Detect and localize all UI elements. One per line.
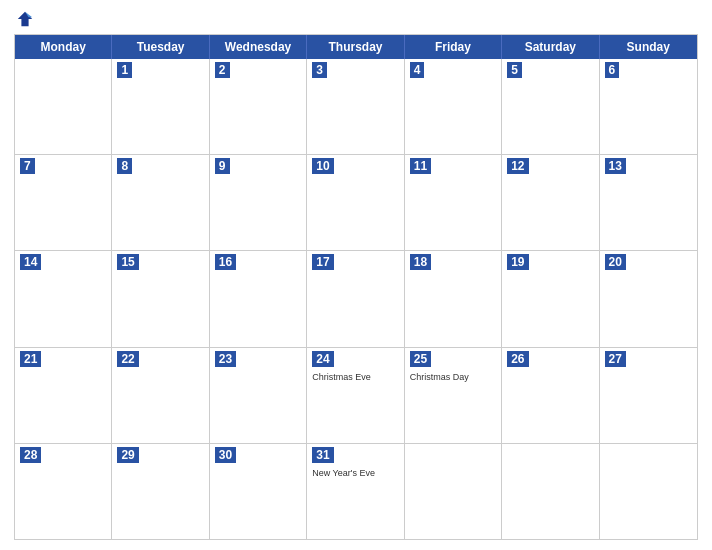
calendar-cell: 26: [502, 348, 599, 443]
weekday-header-monday: Monday: [15, 35, 112, 59]
calendar: MondayTuesdayWednesdayThursdayFridaySatu…: [14, 34, 698, 540]
calendar-week-4: 21222324Christmas Eve25Christmas Day2627: [15, 347, 697, 443]
calendar-week-1: 123456: [15, 59, 697, 154]
calendar-cell: 6: [600, 59, 697, 154]
calendar-cell: 25Christmas Day: [405, 348, 502, 443]
day-number: 31: [312, 447, 333, 463]
day-number: 15: [117, 254, 138, 270]
day-number: 14: [20, 254, 41, 270]
calendar-cell: 23: [210, 348, 307, 443]
calendar-cell: 5: [502, 59, 599, 154]
calendar-week-5: 28293031New Year's Eve: [15, 443, 697, 539]
day-number: 3: [312, 62, 327, 78]
day-number: 8: [117, 158, 132, 174]
day-number: 20: [605, 254, 626, 270]
calendar-cell: 22: [112, 348, 209, 443]
calendar-cell: 21: [15, 348, 112, 443]
calendar-cell: 30: [210, 444, 307, 539]
calendar-header-row: MondayTuesdayWednesdayThursdayFridaySatu…: [15, 35, 697, 59]
calendar-cell: 28: [15, 444, 112, 539]
svg-marker-0: [18, 12, 32, 26]
day-number: 23: [215, 351, 236, 367]
day-number: 1: [117, 62, 132, 78]
weekday-header-thursday: Thursday: [307, 35, 404, 59]
calendar-cell: [600, 444, 697, 539]
calendar-cell: 8: [112, 155, 209, 250]
calendar-cell: 9: [210, 155, 307, 250]
calendar-cell: 1: [112, 59, 209, 154]
calendar-cell: 12: [502, 155, 599, 250]
day-number: 21: [20, 351, 41, 367]
day-number: 25: [410, 351, 431, 367]
day-number: 27: [605, 351, 626, 367]
day-number: 26: [507, 351, 528, 367]
calendar-cell: 14: [15, 251, 112, 346]
calendar-cell: 7: [15, 155, 112, 250]
weekday-header-sunday: Sunday: [600, 35, 697, 59]
calendar-cell: 15: [112, 251, 209, 346]
calendar-week-2: 78910111213: [15, 154, 697, 250]
weekday-header-friday: Friday: [405, 35, 502, 59]
calendar-cell: 3: [307, 59, 404, 154]
calendar-cell: 27: [600, 348, 697, 443]
day-number: 17: [312, 254, 333, 270]
calendar-cell: 19: [502, 251, 599, 346]
day-number: 6: [605, 62, 620, 78]
calendar-cell: 11: [405, 155, 502, 250]
day-number: 19: [507, 254, 528, 270]
header: [14, 10, 698, 28]
day-number: 16: [215, 254, 236, 270]
weekday-header-saturday: Saturday: [502, 35, 599, 59]
calendar-cell: 13: [600, 155, 697, 250]
day-number: 4: [410, 62, 425, 78]
day-number: 28: [20, 447, 41, 463]
logo-blue-container: [16, 10, 36, 28]
page: MondayTuesdayWednesdayThursdayFridaySatu…: [0, 0, 712, 550]
logo-bird-icon: [16, 10, 34, 28]
day-number: 22: [117, 351, 138, 367]
day-number: 5: [507, 62, 522, 78]
calendar-cell: 18: [405, 251, 502, 346]
calendar-event: New Year's Eve: [312, 468, 398, 480]
day-number: 30: [215, 447, 236, 463]
day-number: 12: [507, 158, 528, 174]
calendar-cell: 31New Year's Eve: [307, 444, 404, 539]
calendar-cell: 17: [307, 251, 404, 346]
calendar-cell: 16: [210, 251, 307, 346]
calendar-body: 123456789101112131415161718192021222324C…: [15, 59, 697, 539]
day-number: 18: [410, 254, 431, 270]
calendar-event: Christmas Eve: [312, 372, 398, 384]
day-number: 13: [605, 158, 626, 174]
day-number: 9: [215, 158, 230, 174]
calendar-cell: 29: [112, 444, 209, 539]
day-number: 10: [312, 158, 333, 174]
calendar-cell: 10: [307, 155, 404, 250]
day-number: 7: [20, 158, 35, 174]
calendar-cell: [502, 444, 599, 539]
calendar-cell: 2: [210, 59, 307, 154]
calendar-event: Christmas Day: [410, 372, 496, 384]
weekday-header-tuesday: Tuesday: [112, 35, 209, 59]
calendar-cell: 24Christmas Eve: [307, 348, 404, 443]
calendar-cell: 20: [600, 251, 697, 346]
day-number: 2: [215, 62, 230, 78]
calendar-cell: [15, 59, 112, 154]
day-number: 11: [410, 158, 431, 174]
day-number: 24: [312, 351, 333, 367]
weekday-header-wednesday: Wednesday: [210, 35, 307, 59]
calendar-cell: 4: [405, 59, 502, 154]
logo: [16, 10, 36, 28]
day-number: 29: [117, 447, 138, 463]
calendar-cell: [405, 444, 502, 539]
calendar-week-3: 14151617181920: [15, 250, 697, 346]
